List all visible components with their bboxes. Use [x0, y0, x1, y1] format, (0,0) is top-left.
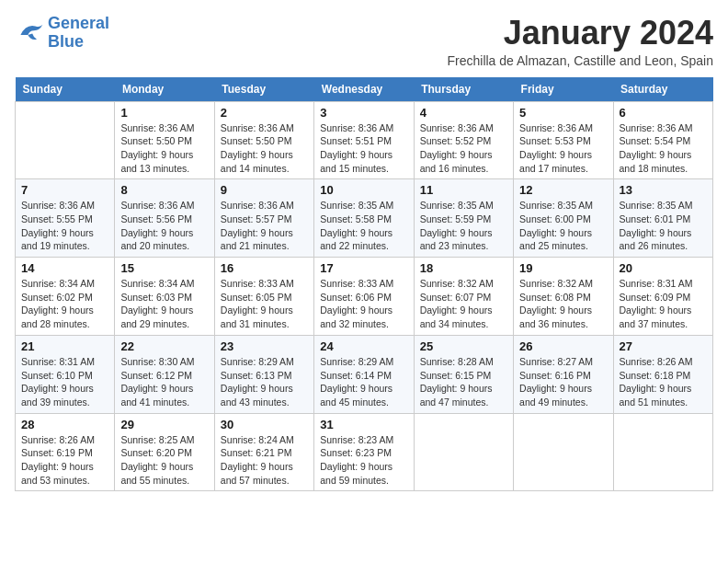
day-number: 20	[620, 261, 707, 275]
day-info: Sunrise: 8:33 AM Sunset: 6:06 PM Dayligh…	[320, 277, 407, 331]
day-info: Sunrise: 8:31 AM Sunset: 6:09 PM Dayligh…	[620, 277, 707, 331]
title-area: January 2024 Frechilla de Almazan, Casti…	[447, 15, 713, 68]
calendar-cell: 31Sunrise: 8:23 AM Sunset: 6:23 PM Dayli…	[314, 413, 414, 491]
day-info: Sunrise: 8:32 AM Sunset: 6:07 PM Dayligh…	[420, 277, 507, 331]
day-info: Sunrise: 8:36 AM Sunset: 5:57 PM Dayligh…	[221, 199, 308, 253]
day-info: Sunrise: 8:36 AM Sunset: 5:50 PM Dayligh…	[120, 121, 208, 176]
calendar-cell: 14Sunrise: 8:34 AM Sunset: 6:02 PM Dayli…	[16, 258, 115, 336]
calendar-week-row: 7Sunrise: 8:36 AM Sunset: 5:55 PM Daylig…	[16, 179, 713, 258]
day-info: Sunrise: 8:27 AM Sunset: 6:16 PM Dayligh…	[519, 355, 607, 409]
day-info: Sunrise: 8:35 AM Sunset: 6:01 PM Dayligh…	[620, 199, 707, 253]
day-info: Sunrise: 8:34 AM Sunset: 6:03 PM Dayligh…	[120, 277, 208, 331]
weekday-header-wednesday: Wednesday	[314, 77, 414, 102]
calendar-body: 1Sunrise: 8:36 AM Sunset: 5:50 PM Daylig…	[16, 101, 713, 491]
day-number: 13	[620, 183, 707, 197]
day-info: Sunrise: 8:29 AM Sunset: 6:13 PM Dayligh…	[221, 355, 308, 409]
calendar-cell	[414, 413, 513, 491]
day-number: 1	[120, 106, 208, 120]
calendar-cell: 22Sunrise: 8:30 AM Sunset: 6:12 PM Dayli…	[115, 335, 214, 413]
day-number: 24	[320, 339, 407, 353]
day-number: 10	[320, 183, 407, 197]
calendar-cell: 25Sunrise: 8:28 AM Sunset: 6:15 PM Dayli…	[414, 335, 513, 413]
day-info: Sunrise: 8:28 AM Sunset: 6:15 PM Dayligh…	[420, 355, 507, 409]
day-number: 12	[519, 183, 607, 197]
day-info: Sunrise: 8:34 AM Sunset: 6:02 PM Dayligh…	[21, 277, 108, 331]
day-info: Sunrise: 8:36 AM Sunset: 5:56 PM Dayligh…	[120, 199, 208, 253]
calendar-cell: 4Sunrise: 8:36 AM Sunset: 5:52 PM Daylig…	[414, 101, 513, 179]
calendar-cell: 13Sunrise: 8:35 AM Sunset: 6:01 PM Dayli…	[613, 179, 712, 258]
day-info: Sunrise: 8:33 AM Sunset: 6:05 PM Dayligh…	[221, 277, 308, 331]
day-number: 25	[420, 339, 507, 353]
calendar-cell: 9Sunrise: 8:36 AM Sunset: 5:57 PM Daylig…	[214, 179, 313, 258]
day-number: 4	[420, 106, 507, 120]
day-info: Sunrise: 8:35 AM Sunset: 5:58 PM Dayligh…	[320, 199, 407, 253]
day-number: 30	[221, 418, 308, 431]
weekday-header-friday: Friday	[514, 77, 613, 102]
day-info: Sunrise: 8:23 AM Sunset: 6:23 PM Dayligh…	[320, 433, 407, 488]
day-number: 23	[221, 339, 308, 353]
calendar-cell: 18Sunrise: 8:32 AM Sunset: 6:07 PM Dayli…	[414, 258, 513, 336]
logo-general: General	[48, 15, 109, 33]
logo: General Blue	[15, 15, 109, 52]
calendar-cell: 23Sunrise: 8:29 AM Sunset: 6:13 PM Dayli…	[214, 335, 313, 413]
weekday-header-row: SundayMondayTuesdayWednesdayThursdayFrid…	[16, 77, 713, 102]
calendar-cell: 26Sunrise: 8:27 AM Sunset: 6:16 PM Dayli…	[514, 335, 613, 413]
day-info: Sunrise: 8:25 AM Sunset: 6:20 PM Dayligh…	[120, 433, 208, 488]
day-number: 2	[221, 106, 308, 120]
calendar-cell: 30Sunrise: 8:24 AM Sunset: 6:21 PM Dayli…	[214, 413, 313, 491]
logo-bird-icon	[15, 20, 44, 46]
logo-blue: Blue	[48, 33, 109, 52]
calendar-cell: 7Sunrise: 8:36 AM Sunset: 5:55 PM Daylig…	[16, 179, 115, 258]
day-info: Sunrise: 8:36 AM Sunset: 5:52 PM Dayligh…	[420, 121, 507, 176]
day-number: 6	[620, 106, 707, 120]
weekday-header-sunday: Sunday	[16, 77, 115, 102]
day-info: Sunrise: 8:35 AM Sunset: 5:59 PM Dayligh…	[420, 199, 507, 253]
day-info: Sunrise: 8:36 AM Sunset: 5:50 PM Dayligh…	[221, 121, 308, 176]
calendar-cell: 10Sunrise: 8:35 AM Sunset: 5:58 PM Dayli…	[314, 179, 414, 258]
calendar-cell: 21Sunrise: 8:31 AM Sunset: 6:10 PM Dayli…	[16, 335, 115, 413]
day-number: 15	[120, 261, 208, 275]
calendar-cell: 20Sunrise: 8:31 AM Sunset: 6:09 PM Dayli…	[613, 258, 712, 336]
day-info: Sunrise: 8:36 AM Sunset: 5:55 PM Dayligh…	[21, 199, 108, 253]
calendar-cell: 29Sunrise: 8:25 AM Sunset: 6:20 PM Dayli…	[115, 413, 214, 491]
day-number: 3	[320, 106, 407, 120]
day-info: Sunrise: 8:29 AM Sunset: 6:14 PM Dayligh…	[320, 355, 407, 409]
calendar-cell: 12Sunrise: 8:35 AM Sunset: 6:00 PM Dayli…	[514, 179, 613, 258]
calendar-week-row: 1Sunrise: 8:36 AM Sunset: 5:50 PM Daylig…	[16, 101, 713, 179]
day-number: 14	[21, 261, 108, 275]
calendar-cell: 27Sunrise: 8:26 AM Sunset: 6:18 PM Dayli…	[613, 335, 712, 413]
day-info: Sunrise: 8:35 AM Sunset: 6:00 PM Dayligh…	[519, 199, 607, 253]
calendar-cell	[613, 413, 712, 491]
day-number: 9	[221, 183, 308, 197]
day-number: 18	[420, 261, 507, 275]
day-info: Sunrise: 8:26 AM Sunset: 6:18 PM Dayligh…	[620, 355, 707, 409]
day-info: Sunrise: 8:26 AM Sunset: 6:19 PM Dayligh…	[21, 433, 108, 488]
calendar-cell: 28Sunrise: 8:26 AM Sunset: 6:19 PM Dayli…	[16, 413, 115, 491]
weekday-header-tuesday: Tuesday	[214, 77, 313, 102]
calendar-cell: 17Sunrise: 8:33 AM Sunset: 6:06 PM Dayli…	[314, 258, 414, 336]
day-number: 28	[21, 418, 108, 431]
calendar-cell: 8Sunrise: 8:36 AM Sunset: 5:56 PM Daylig…	[115, 179, 214, 258]
day-info: Sunrise: 8:36 AM Sunset: 5:54 PM Dayligh…	[620, 121, 707, 176]
day-number: 27	[620, 339, 707, 353]
calendar-cell: 3Sunrise: 8:36 AM Sunset: 5:51 PM Daylig…	[314, 101, 414, 179]
weekday-header-thursday: Thursday	[414, 77, 513, 102]
calendar-week-row: 14Sunrise: 8:34 AM Sunset: 6:02 PM Dayli…	[16, 258, 713, 336]
calendar-cell	[514, 413, 613, 491]
day-info: Sunrise: 8:36 AM Sunset: 5:53 PM Dayligh…	[519, 121, 607, 176]
day-number: 26	[519, 339, 607, 353]
day-info: Sunrise: 8:30 AM Sunset: 6:12 PM Dayligh…	[120, 355, 208, 409]
day-number: 5	[519, 106, 607, 120]
day-number: 21	[21, 339, 108, 353]
day-number: 22	[120, 339, 208, 353]
calendar-cell: 11Sunrise: 8:35 AM Sunset: 5:59 PM Dayli…	[414, 179, 513, 258]
day-number: 19	[519, 261, 607, 275]
day-info: Sunrise: 8:32 AM Sunset: 6:08 PM Dayligh…	[519, 277, 607, 331]
calendar-cell: 2Sunrise: 8:36 AM Sunset: 5:50 PM Daylig…	[214, 101, 313, 179]
calendar-cell: 5Sunrise: 8:36 AM Sunset: 5:53 PM Daylig…	[514, 101, 613, 179]
day-number: 29	[120, 418, 208, 431]
day-info: Sunrise: 8:24 AM Sunset: 6:21 PM Dayligh…	[221, 433, 308, 488]
page-header: General Blue January 2024 Frechilla de A…	[15, 15, 713, 68]
location-subtitle: Frechilla de Almazan, Castille and Leon,…	[447, 53, 713, 68]
day-number: 11	[420, 183, 507, 197]
